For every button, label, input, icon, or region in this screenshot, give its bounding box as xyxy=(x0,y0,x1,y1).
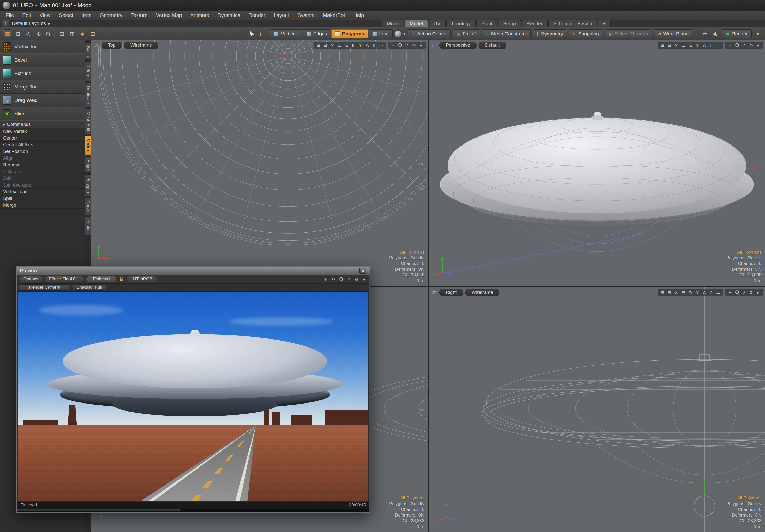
command-center[interactable]: Center xyxy=(0,135,85,141)
panel-table-icon[interactable]: ▥ xyxy=(68,30,76,38)
move-tool-icon[interactable]: + xyxy=(256,30,265,38)
gizmo-icon[interactable]: Y xyxy=(694,289,700,295)
menu-help[interactable]: Help xyxy=(349,11,368,20)
menu-render[interactable]: Render xyxy=(244,11,270,20)
menu-makerbot[interactable]: MakerBot xyxy=(319,11,349,20)
menu-vertex-map[interactable]: Vertex Map xyxy=(152,11,186,20)
command-remove[interactable]: Remove xyxy=(0,162,85,168)
tab-add[interactable]: + xyxy=(598,20,610,27)
menu-select[interactable]: Select xyxy=(55,11,78,20)
tab-modo[interactable]: Modo xyxy=(382,20,404,27)
palette-grid-icon[interactable]: ▦ xyxy=(3,29,12,38)
item-mode-button[interactable]: Item xyxy=(369,29,392,38)
render-state-button[interactable]: Finished xyxy=(86,276,117,282)
tab-setup[interactable]: Setup xyxy=(498,20,521,27)
gizmo-icon[interactable]: Y xyxy=(694,42,700,48)
title-bar[interactable]: 01 UFO + Man 001.lxo* - Modo xyxy=(0,0,765,11)
maximize-icon[interactable]: ↗ xyxy=(741,289,747,295)
polygons-mode-button[interactable]: Polygons xyxy=(332,29,368,38)
search-icon[interactable] xyxy=(45,31,51,37)
maximize-icon[interactable]: ↗ xyxy=(741,42,747,48)
command-split[interactable]: Split xyxy=(0,195,85,202)
rows-icon[interactable]: ▤ xyxy=(336,42,343,48)
menu-layout[interactable]: Layout xyxy=(270,11,294,20)
gizmo-icon[interactable]: Y xyxy=(357,42,364,48)
tab-render[interactable]: Render xyxy=(522,20,547,27)
menu-file[interactable]: File xyxy=(2,11,18,20)
tab-edge[interactable]: Edge xyxy=(85,156,91,172)
render-camera-button[interactable]: (Render Camera) xyxy=(19,284,71,291)
play-icon[interactable]: ▸ xyxy=(361,276,368,282)
quad-icon[interactable]: ⊟ xyxy=(322,42,329,48)
menu-texture[interactable]: Texture xyxy=(127,11,152,20)
play-icon[interactable]: ▸ xyxy=(418,42,424,48)
viewport-right[interactable]: ◸ Right Wireframe ⊞ ⊟ × ▤ ⧉ Y A ▯ ▭ + xyxy=(429,287,765,532)
menu-edit[interactable]: Edit xyxy=(18,11,35,20)
effect-button[interactable]: Effect: Final C... xyxy=(44,276,84,282)
timeline-thumb[interactable] xyxy=(17,509,180,511)
commands-header[interactable]: ▾ Commands xyxy=(0,121,85,128)
bevel-tool-button[interactable]: Bevel xyxy=(0,53,85,67)
menu-animate[interactable]: Animate xyxy=(186,11,213,20)
panel-list-icon[interactable]: ▤ xyxy=(58,30,66,38)
zoom-icon[interactable] xyxy=(397,42,403,48)
command-set-position[interactable]: Set Position xyxy=(0,148,85,155)
shading-sphere-icon[interactable] xyxy=(394,30,401,37)
tab-duplicate[interactable]: Duplicate xyxy=(85,83,91,107)
vertices-mode-button[interactable]: Vertices xyxy=(270,29,302,38)
tab-model[interactable]: Model xyxy=(405,20,428,27)
slot-icon[interactable]: ⊡ xyxy=(89,30,97,38)
lut-button[interactable]: LUT: sRGB xyxy=(126,276,157,282)
close-button[interactable]: × xyxy=(359,268,367,274)
close-icon[interactable]: × xyxy=(673,289,679,295)
copy-icon[interactable]: ⧉ xyxy=(687,289,693,295)
strip-icon[interactable]: ▭ xyxy=(715,42,721,48)
close-icon[interactable]: × xyxy=(673,42,679,48)
drag-weld-tool-button[interactable]: Drag Weld xyxy=(0,94,85,107)
gear-icon[interactable]: ⚙ xyxy=(748,42,754,48)
half-icon[interactable]: ◧ xyxy=(350,42,357,48)
tab-fusion[interactable]: Fusion xyxy=(85,217,91,236)
viewport-shading-button[interactable]: Wireframe xyxy=(465,289,499,296)
play-icon[interactable]: ▸ xyxy=(755,289,761,295)
slide-tool-button[interactable]: Slide xyxy=(0,107,85,121)
viewport-top[interactable]: ◸ Top Wireframe ⊞ ⊟ × ▤ ⧉ ◧ Y A ▯ ▭ + xyxy=(91,40,428,286)
vertex-tool-button[interactable]: Vertex Tool xyxy=(0,40,85,53)
refresh-icon[interactable]: ↻ xyxy=(330,276,337,282)
rows-icon[interactable]: ▤ xyxy=(680,289,686,295)
viewport-type-button[interactable]: Right xyxy=(439,289,463,296)
viewport-rotate-icon[interactable]: ◸ xyxy=(431,289,437,295)
tab-curve[interactable]: Curve xyxy=(85,198,91,215)
lock-icon[interactable] xyxy=(118,276,125,282)
timeline-scrollbar[interactable] xyxy=(17,508,369,512)
snapping-button[interactable]: ∪ Snapping xyxy=(569,29,603,38)
action-center-button[interactable]: + Action Center xyxy=(407,29,451,38)
pan-icon[interactable]: + xyxy=(727,42,733,48)
extrude-tool-button[interactable]: Extrude xyxy=(0,67,85,80)
pan-icon[interactable]: + xyxy=(323,276,329,282)
zoom-icon[interactable] xyxy=(338,276,344,282)
menu-view[interactable]: View xyxy=(35,11,55,20)
merge-tool-button[interactable]: Merge Tool xyxy=(0,80,85,94)
maximize-icon[interactable]: ↗ xyxy=(346,276,352,282)
viewport-type-button[interactable]: Top xyxy=(102,42,122,49)
command-new-vertex[interactable]: New Vertex xyxy=(0,128,85,135)
axis-icon[interactable]: ⊕ xyxy=(35,30,43,38)
viewport-type-button[interactable]: Perspective xyxy=(439,42,476,49)
menu-system[interactable]: System xyxy=(294,11,319,20)
play-icon[interactable]: ▸ xyxy=(755,42,761,48)
tab-topology[interactable]: Topology xyxy=(446,20,476,27)
zoom-icon[interactable] xyxy=(734,289,740,295)
layout-home-icon[interactable]: ↑ xyxy=(2,20,9,27)
mesh-constraint-button[interactable]: △ Mesh Constraint xyxy=(482,29,531,38)
falloff-button[interactable]: ◉ Falloff xyxy=(453,29,479,38)
display-icon[interactable]: ▭ xyxy=(701,30,709,38)
command-merge[interactable]: Merge xyxy=(0,202,85,209)
gear-icon[interactable]: ⚙ xyxy=(411,42,417,48)
strip-icon[interactable]: ▭ xyxy=(378,42,384,48)
edges-mode-button[interactable]: Edges xyxy=(303,29,331,38)
tab-deform[interactable]: Deform xyxy=(85,61,91,82)
command-vertex-tear[interactable]: Vertex Tear xyxy=(0,189,85,195)
viewport-shading-button[interactable]: Wireframe xyxy=(124,42,158,49)
tab-uv[interactable]: UV xyxy=(429,20,445,27)
